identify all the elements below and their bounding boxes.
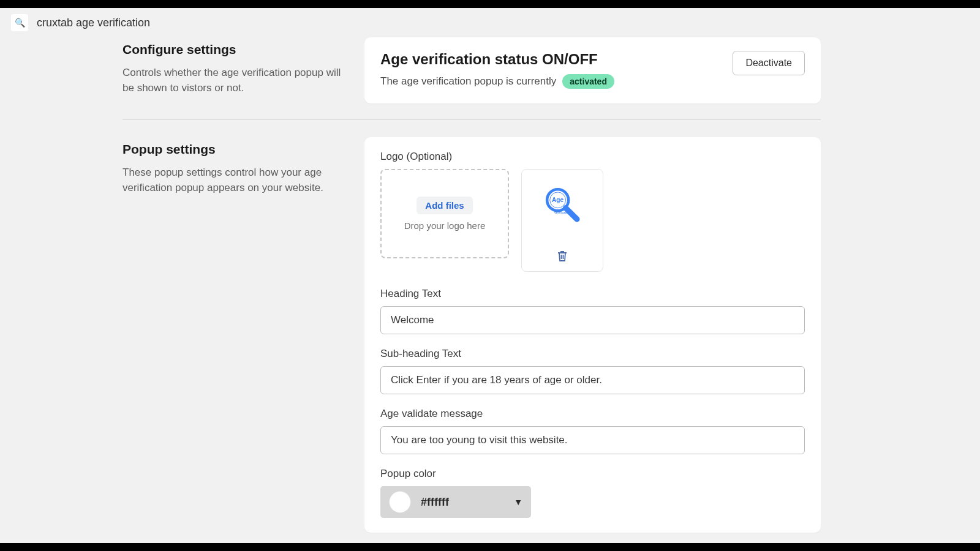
popup-color-label: Popup color bbox=[380, 468, 805, 480]
trash-icon bbox=[557, 250, 568, 262]
color-value: #ffffff bbox=[421, 496, 504, 509]
popup-settings-card: Logo (Optional) Add files Drop your logo… bbox=[364, 137, 821, 533]
subheading-text-input[interactable] bbox=[380, 366, 805, 394]
app-title: cruxtab age verification bbox=[37, 17, 150, 29]
configure-description: Controls whether the age verification po… bbox=[123, 66, 346, 96]
logo-dropzone[interactable]: Add files Drop your logo here bbox=[380, 169, 509, 258]
popup-settings-description: These popup settings control how your ag… bbox=[123, 165, 346, 195]
letterbox-bottom bbox=[0, 543, 980, 551]
deactivate-button[interactable]: Deactivate bbox=[733, 51, 805, 75]
popup-color-picker[interactable]: #ffffff ▼ bbox=[380, 486, 531, 518]
color-swatch bbox=[389, 491, 411, 513]
app-logo-icon: 🔍 bbox=[11, 14, 28, 31]
delete-logo-button[interactable] bbox=[557, 250, 568, 265]
svg-line-4 bbox=[566, 208, 577, 219]
popup-settings-heading: Popup settings bbox=[123, 142, 346, 157]
section-divider bbox=[123, 119, 821, 120]
drop-hint: Drop your logo here bbox=[404, 220, 486, 231]
validate-message-input[interactable] bbox=[380, 426, 805, 454]
heading-text-label: Heading Text bbox=[380, 288, 805, 300]
status-card: Age verification status ON/OFF The age v… bbox=[364, 37, 821, 103]
letterbox-top bbox=[0, 0, 980, 8]
validate-message-label: Age validate message bbox=[380, 408, 805, 420]
app-header: 🔍 cruxtab age verification bbox=[0, 8, 980, 37]
status-title: Age verification status ON/OFF bbox=[380, 51, 614, 68]
status-line: The age verification popup is currently … bbox=[380, 74, 614, 89]
popup-settings-section: Popup settings These popup settings cont… bbox=[123, 142, 346, 195]
search-icon: 🔍 bbox=[15, 18, 25, 28]
logo-preview-image: Age Verification bbox=[541, 184, 584, 227]
heading-text-input[interactable] bbox=[380, 306, 805, 334]
configure-heading: Configure settings bbox=[123, 42, 346, 57]
status-text: The age verification popup is currently bbox=[380, 75, 556, 88]
configure-section: Configure settings Controls whether the … bbox=[123, 42, 346, 96]
chevron-down-icon: ▼ bbox=[514, 497, 522, 507]
add-files-button[interactable]: Add files bbox=[417, 197, 472, 214]
svg-text:Age: Age bbox=[552, 197, 564, 203]
logo-preview: Age Verification bbox=[521, 169, 603, 272]
subheading-text-label: Sub-heading Text bbox=[380, 348, 805, 360]
logo-label: Logo (Optional) bbox=[380, 151, 805, 163]
status-badge: activated bbox=[562, 74, 614, 89]
